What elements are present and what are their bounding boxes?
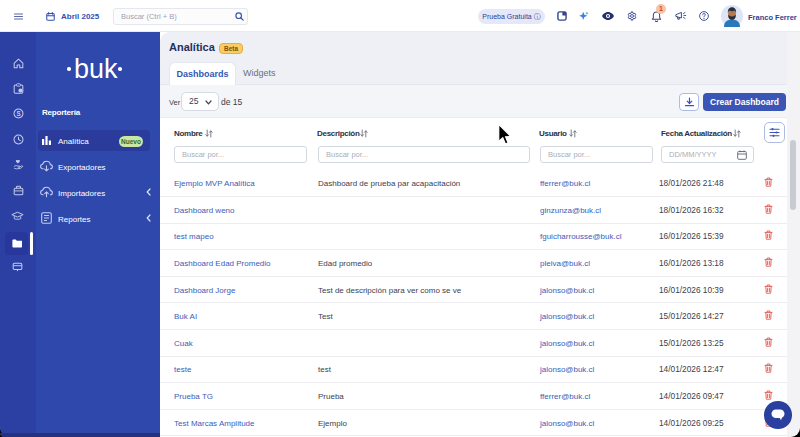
svg-text:S: S	[16, 110, 20, 117]
